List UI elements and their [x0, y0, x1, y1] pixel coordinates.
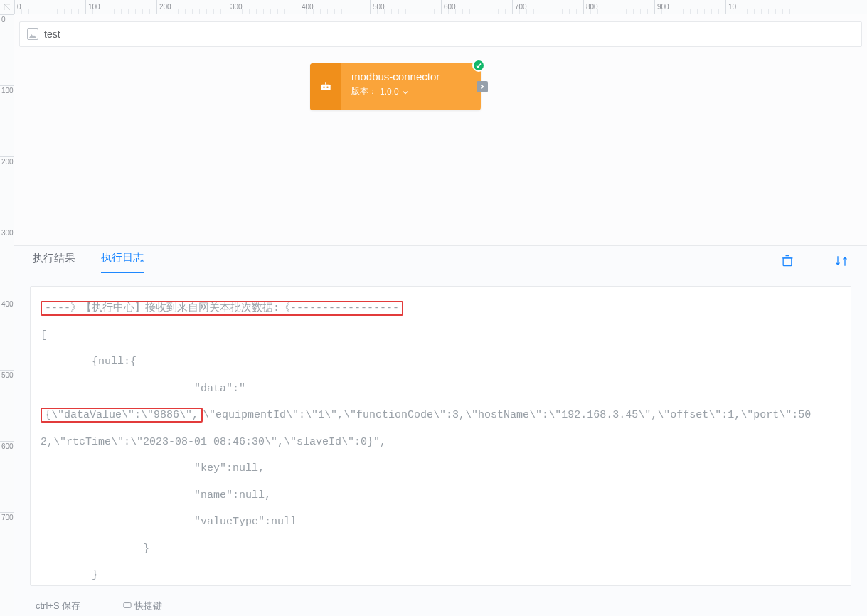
status-success-icon [472, 59, 485, 72]
node-modbus-connector[interactable]: modbus-connector 版本： 1.0.0 [310, 63, 481, 110]
svg-point-1 [323, 87, 325, 89]
log-line: [ [41, 329, 47, 341]
tab-results[interactable]: 执行结果 [33, 252, 75, 272]
log-highlight-datavalue: {\"dataValue\":\"9886\", [41, 408, 203, 423]
node-output-port[interactable] [477, 81, 488, 92]
chevron-down-icon [402, 88, 409, 95]
bottom-panel: 执行结果 执行日志 ----》【执行中心】接收到来自网关本批次数据:《-----… [14, 245, 867, 595]
statusbar-shortcut-label: 快捷键 [134, 600, 162, 611]
canvas-window-title: test [44, 28, 60, 40]
log-line: } [41, 569, 98, 581]
statusbar-shortcut-hint[interactable]: 快捷键 [123, 600, 162, 612]
log-line: } [41, 543, 149, 555]
ruler-origin [0, 0, 14, 14]
log-line: "name":null, [41, 489, 271, 501]
ruler-vertical: 0100200300400500600700 [0, 14, 14, 616]
canvas-window[interactable]: test [19, 21, 862, 47]
node-version-value: 1.0.0 [380, 87, 399, 97]
status-bar: ctrl+S 保存 快捷键 [14, 595, 867, 616]
log-line: {null:{ [41, 356, 137, 368]
svg-rect-4 [783, 257, 792, 265]
svg-point-2 [326, 87, 329, 89]
robot-icon [310, 63, 341, 110]
ruler-horizontal: 010020030040050060070080090010 [14, 0, 867, 14]
node-version-label: 版本： [351, 85, 377, 97]
log-output[interactable]: ----》【执行中心】接收到来自网关本批次数据:《---------------… [30, 286, 851, 586]
panel-tabs: 执行结果 执行日志 [14, 246, 867, 277]
tab-logs[interactable]: 执行日志 [101, 251, 144, 273]
delete-icon[interactable] [780, 254, 794, 270]
image-icon [27, 28, 38, 40]
svg-rect-0 [321, 85, 330, 90]
sort-icon[interactable] [834, 254, 849, 270]
node-title: modbus-connector [351, 70, 471, 83]
log-line: "data":" [41, 383, 245, 395]
statusbar-save-hint: ctrl+S 保存 [36, 600, 80, 612]
svg-rect-5 [124, 602, 131, 607]
log-line: "valueType":null [41, 516, 297, 528]
log-line: "key":null, [41, 462, 265, 474]
node-version[interactable]: 版本： 1.0.0 [351, 85, 471, 97]
log-highlight-header: ----》【执行中心】接收到来自网关本批次数据:《---------------… [41, 301, 403, 316]
